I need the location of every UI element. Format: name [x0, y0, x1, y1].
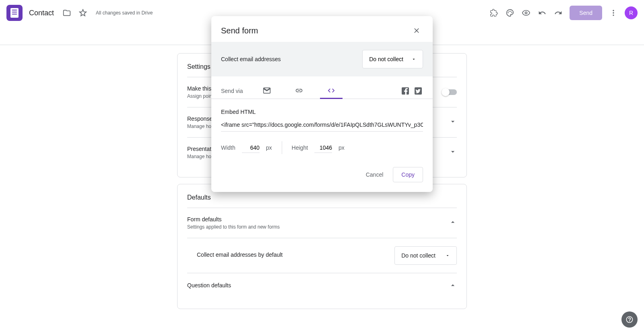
collect-dropdown[interactable]: Do not collect — [362, 50, 423, 68]
tab-embed[interactable] — [320, 83, 343, 99]
send-form-modal: Send form Collect email addresses Do not… — [211, 16, 433, 192]
send-via-row: Send via — [211, 76, 433, 99]
dimension-divider — [282, 141, 282, 154]
collect-label: Collect email addresses — [221, 56, 281, 62]
width-input[interactable] — [242, 143, 260, 153]
send-via-label: Send via — [221, 88, 243, 94]
height-label: Height — [292, 144, 308, 151]
tab-email[interactable] — [256, 83, 278, 99]
help-icon — [625, 315, 634, 324]
embed-icon — [327, 87, 335, 95]
modal-backdrop: Send form Collect email addresses Do not… — [0, 0, 644, 334]
dropdown-arrow-icon — [411, 55, 416, 63]
embed-label: Embed HTML — [221, 109, 423, 115]
close-button[interactable] — [410, 24, 423, 37]
copy-button[interactable]: Copy — [393, 167, 423, 182]
share-twitter-button[interactable] — [413, 86, 423, 96]
embed-section: Embed HTML Width px Height px — [211, 99, 433, 164]
dimensions-row: Width px Height px — [221, 141, 423, 154]
twitter-icon — [413, 86, 423, 96]
email-icon — [263, 87, 271, 95]
modal-title: Send form — [221, 26, 258, 35]
close-icon — [413, 27, 421, 35]
help-button[interactable] — [621, 311, 638, 328]
height-input[interactable] — [314, 143, 332, 153]
send-tabs — [256, 83, 388, 99]
embed-html-input[interactable] — [221, 118, 423, 132]
facebook-icon — [400, 86, 410, 96]
link-icon — [295, 87, 303, 95]
cancel-button[interactable]: Cancel — [359, 167, 390, 182]
collect-section: Collect email addresses Do not collect — [211, 42, 433, 76]
share-facebook-button[interactable] — [400, 86, 410, 96]
height-unit: px — [339, 144, 345, 151]
social-icons — [400, 86, 423, 96]
width-unit: px — [266, 144, 272, 151]
width-label: Width — [221, 144, 235, 151]
modal-footer: Cancel Copy — [211, 164, 433, 192]
modal-header: Send form — [211, 16, 433, 42]
tab-link[interactable] — [288, 83, 310, 99]
collect-value: Do not collect — [369, 56, 403, 62]
